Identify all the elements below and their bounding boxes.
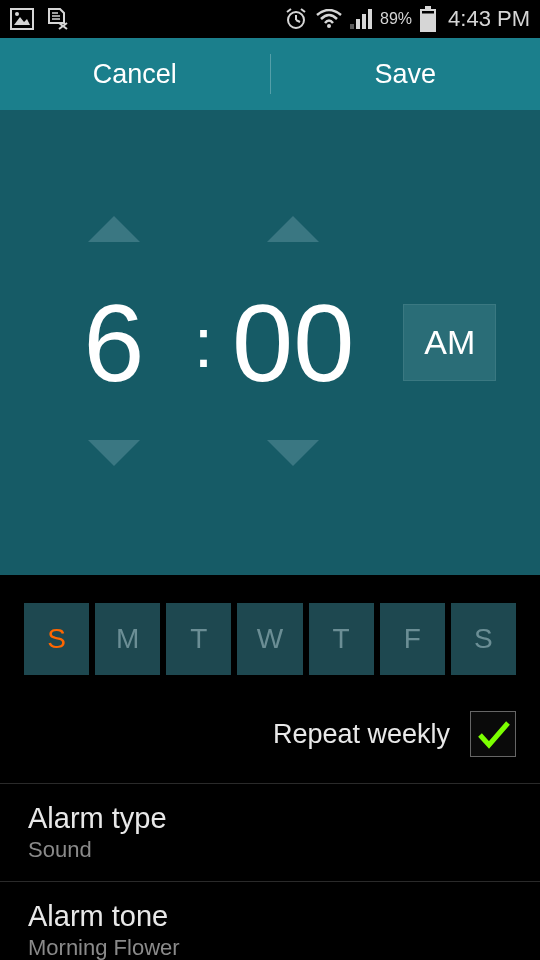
svg-marker-22 [88,440,140,466]
day-mon[interactable]: M [95,603,160,675]
minute-up-arrow[interactable] [245,194,341,268]
hour-value[interactable]: 6 [83,268,144,418]
action-bar: Cancel Save [0,38,540,110]
status-clock: 4:43 PM [448,6,530,32]
battery-percent: 89% [380,10,412,28]
cancel-button[interactable]: Cancel [0,59,270,90]
day-fri[interactable]: F [380,603,445,675]
svg-marker-1 [14,17,30,25]
svg-rect-18 [425,6,431,9]
svg-rect-16 [362,14,366,29]
hour-spinner: 6 [44,194,184,492]
status-bar: 89% 4:43 PM [0,0,540,38]
svg-rect-14 [350,24,354,29]
check-icon [474,715,512,753]
svg-marker-21 [88,216,140,242]
day-sat[interactable]: S [451,603,516,675]
day-tue[interactable]: T [166,603,231,675]
setting-alarm-type[interactable]: Alarm type Sound [0,784,540,882]
setting-title: Alarm type [28,802,512,835]
setting-value: Sound [28,837,512,863]
day-thu[interactable]: T [309,603,374,675]
battery-icon [420,6,436,32]
svg-marker-24 [267,440,319,466]
wifi-icon [316,9,342,29]
alarm-icon [284,7,308,31]
days-row: S M T W T F S [24,603,516,675]
svg-line-10 [296,20,300,22]
time-colon: : [194,303,213,383]
status-left [10,8,68,30]
time-row: 6 : 00 AM [30,194,510,492]
day-wed[interactable]: W [237,603,302,675]
setting-title: Alarm tone [28,900,512,933]
setting-value: Morning Flower [28,935,512,960]
repeat-weekly-label: Repeat weekly [273,719,450,750]
repeat-weekly-row: Repeat weekly [0,685,540,784]
minute-down-arrow[interactable] [245,418,341,492]
ampm-toggle[interactable]: AM [403,304,496,381]
hour-down-arrow[interactable] [66,418,162,492]
day-sun[interactable]: S [24,603,89,675]
setting-alarm-tone[interactable]: Alarm tone Morning Flower [0,882,540,960]
svg-line-11 [287,9,291,12]
status-right: 89% 4:43 PM [284,6,530,32]
minute-value[interactable]: 00 [232,268,354,418]
image-icon [10,8,34,30]
minute-spinner: 00 [223,194,363,492]
hour-up-arrow[interactable] [66,194,162,268]
time-picker: 6 : 00 AM [0,110,540,575]
svg-rect-20 [422,11,434,14]
document-icon [46,8,68,30]
svg-rect-0 [11,9,33,29]
svg-line-12 [301,9,305,12]
signal-icon [350,9,372,29]
svg-point-2 [15,12,19,16]
svg-marker-23 [267,216,319,242]
svg-rect-15 [356,19,360,29]
svg-point-13 [327,24,331,28]
svg-rect-17 [368,9,372,29]
repeat-weekly-checkbox[interactable] [470,711,516,757]
days-section: S M T W T F S [0,575,540,685]
save-button[interactable]: Save [271,59,541,90]
